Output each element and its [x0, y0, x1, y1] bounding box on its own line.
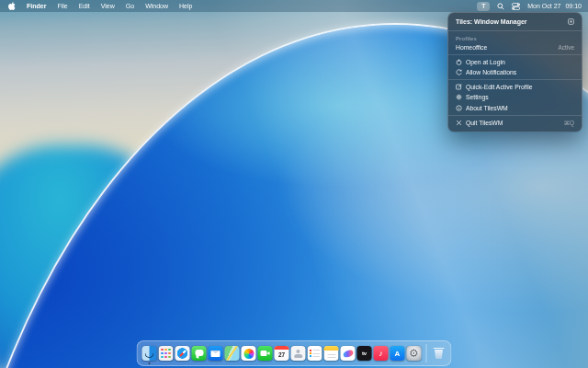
dock-icon-music[interactable]: ♪: [374, 346, 389, 361]
menu-item-quick-edit-active-profile[interactable]: Quick-Edit Active Profile: [448, 82, 582, 93]
menu-item-about-tileswm[interactable]: About TilesWM: [448, 103, 582, 114]
dock-icon-notes[interactable]: [324, 346, 339, 361]
quit-shortcut: ⌘Q: [564, 120, 574, 127]
allow-notifications-icon: [456, 69, 462, 75]
active-app-menu[interactable]: Finder: [27, 3, 46, 9]
separator: [448, 54, 582, 55]
profile-name: Homeoffice: [456, 44, 487, 51]
dock-icon-photos[interactable]: [242, 346, 256, 361]
menu-go[interactable]: Go: [126, 3, 134, 9]
menu-file[interactable]: File: [57, 3, 67, 9]
power-icon: [456, 59, 462, 65]
gear-icon: [456, 94, 462, 100]
dock-icon-messages[interactable]: [192, 346, 207, 361]
dock-icon-contacts[interactable]: [291, 346, 306, 361]
menu-bar: Finder File Edit View Go Window Help T M…: [0, 0, 588, 12]
dock-icon-freeform[interactable]: [341, 346, 356, 361]
spotlight-search-icon[interactable]: [497, 3, 504, 10]
panel-title: Tiles: Window Manager: [456, 18, 527, 25]
dock-icon-appstore[interactable]: A: [390, 346, 405, 361]
separator: [448, 79, 582, 80]
separator: [448, 115, 582, 116]
apple-menu-icon[interactable]: [8, 2, 16, 10]
quit-icon: [456, 120, 462, 126]
menu-bar-clock[interactable]: Mon Oct 27 09:10: [527, 3, 582, 9]
dock-icon-safari[interactable]: [175, 346, 190, 361]
clock-time: 09:10: [565, 3, 582, 9]
info-icon: [456, 105, 462, 111]
trash-icon: [434, 348, 444, 360]
dock-icon-mail[interactable]: [209, 346, 223, 361]
edit-icon: [456, 84, 462, 90]
tileswm-menubar-button[interactable]: T: [477, 2, 490, 11]
menu-help[interactable]: Help: [179, 3, 192, 9]
menu-item-quit-tileswm[interactable]: Quit TilesWM ⌘Q: [448, 117, 582, 129]
menu-edit[interactable]: Edit: [79, 3, 90, 9]
menu-item-allow-notifications[interactable]: Allow Notifications: [448, 67, 582, 78]
profiles-section-label: Profiles: [448, 33, 582, 42]
menu-window[interactable]: Window: [145, 3, 168, 9]
separator: [448, 30, 582, 31]
menu-item-open-at-login[interactable]: Open at Login: [448, 57, 582, 68]
tileswm-window-icon[interactable]: [568, 18, 574, 26]
dock: 27tv♪A⚙: [137, 340, 452, 366]
dock-icon-settings[interactable]: ⚙: [407, 346, 422, 361]
dock-icon-launchpad[interactable]: [159, 346, 174, 361]
dock-icon-reminders[interactable]: [308, 346, 322, 361]
clock-date: Mon Oct 27: [527, 3, 560, 9]
dock-icon-maps[interactable]: [225, 346, 240, 361]
dock-icon-facetime[interactable]: [258, 346, 273, 361]
dock-icon-calendar[interactable]: 27: [275, 346, 289, 361]
dock-icon-trash[interactable]: [432, 346, 447, 361]
running-indicator: [149, 362, 151, 364]
menu-item-settings[interactable]: Settings: [448, 92, 582, 103]
dock-icon-tv[interactable]: tv: [357, 346, 372, 361]
menu-view[interactable]: View: [101, 3, 115, 9]
tiles-menu-panel: Tiles: Window Manager Profiles Homeoffic…: [447, 12, 582, 133]
menu-item-profile-homeoffice[interactable]: Homeoffice Active: [448, 42, 582, 53]
profile-status-badge: Active: [559, 44, 574, 51]
dock-icon-finder[interactable]: [142, 346, 157, 361]
dock-separator: [426, 344, 427, 362]
control-center-icon[interactable]: [512, 3, 520, 10]
